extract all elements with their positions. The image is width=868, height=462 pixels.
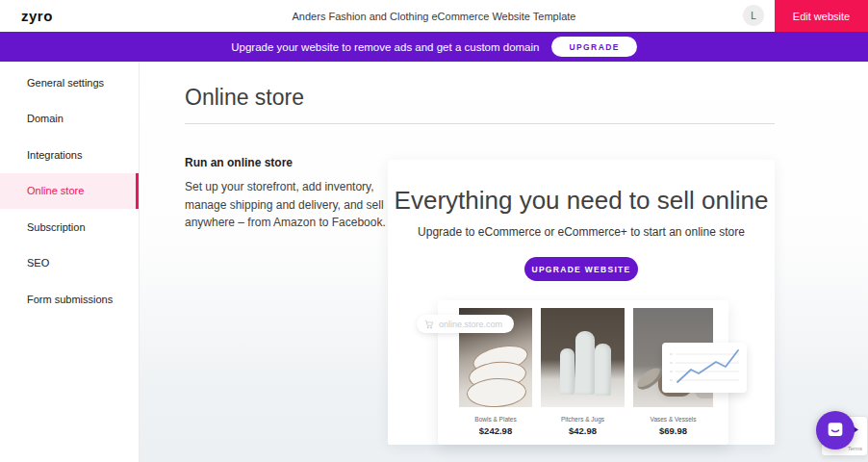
sidebar-item-integrations[interactable]: Integrations [0, 137, 139, 173]
sidebar-item-domain[interactable]: Domain [0, 101, 139, 138]
recaptcha-terms-text: Terms [848, 446, 862, 451]
upgrade-banner-text: Upgrade your website to remove ads and g… [231, 41, 539, 53]
intro-title: Run an online store [185, 156, 395, 169]
settings-sidebar: General settings Domain Integrations Onl… [0, 62, 140, 462]
product-card: Pitchers & Jugs $42.98 [541, 308, 625, 436]
upsell-subheading: Upgrade to eCommerce or eCommerce+ to st… [388, 225, 775, 239]
product-name: Bowls & Plates [459, 416, 532, 423]
edit-website-button[interactable]: Edit website [775, 0, 868, 32]
product-price: $69.98 [633, 425, 713, 436]
sidebar-item-online-store[interactable]: Online store [0, 173, 139, 210]
page-title: Online store [185, 85, 304, 111]
product-photo-jugs [541, 308, 625, 407]
upgrade-banner: Upgrade your website to remove ads and g… [0, 32, 868, 62]
chat-launcher-button[interactable] [816, 411, 855, 449]
sales-chart-icon [662, 343, 747, 393]
avatar[interactable]: L [743, 5, 764, 26]
store-url-pill: online.store.com [417, 315, 514, 333]
topbar: zyro Anders Fashion and Clothing eCommer… [0, 0, 868, 32]
cart-icon [424, 320, 434, 329]
main-content: Online store Run an online store Set up … [140, 62, 868, 462]
product-name: Vases & Vessels [633, 416, 713, 423]
app-window: zyro Anders Fashion and Clothing eCommer… [0, 0, 868, 462]
sidebar-item-subscription[interactable]: Subscription [0, 209, 139, 245]
intro-description: Set up your storefront, add inventory, m… [185, 178, 395, 232]
upsell-card: Everything you need to sell online Upgra… [388, 160, 775, 445]
product-name: Pitchers & Jugs [541, 416, 625, 423]
upgrade-website-button[interactable]: UPGRADE WEBSITE [524, 257, 638, 281]
sidebar-item-seo[interactable]: SEO [0, 245, 139, 282]
sidebar-item-form-submissions[interactable]: Form submissions [0, 281, 139, 318]
product-price: $242.98 [459, 425, 532, 436]
title-divider [185, 123, 775, 124]
chat-icon [825, 420, 846, 441]
upgrade-banner-button[interactable]: UPGRADE [551, 37, 636, 57]
upsell-heading: Everything you need to sell online [388, 186, 775, 216]
intro-section: Run an online store Set up your storefro… [185, 156, 395, 232]
site-title: Anders Fashion and Clothing eCommerce We… [0, 11, 868, 22]
product-price: $42.98 [541, 425, 625, 436]
sales-chart-card [662, 343, 747, 393]
sidebar-item-general-settings[interactable]: General settings [0, 64, 139, 101]
store-url-text: online.store.com [439, 320, 502, 329]
